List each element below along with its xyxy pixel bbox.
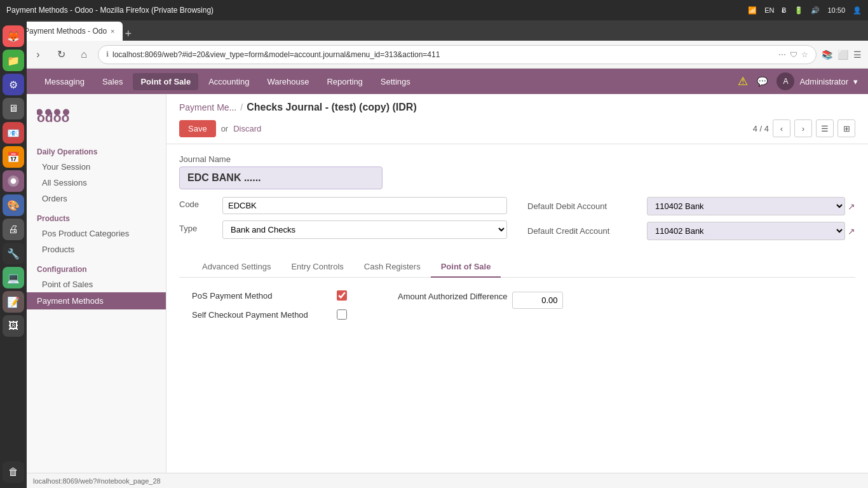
menu-reporting[interactable]: Reporting: [319, 73, 370, 90]
pos-checkboxes: PoS Payment Method Self Checkout Payment…: [192, 290, 347, 329]
menu-sales[interactable]: Sales: [95, 73, 131, 90]
main-content: Payment Me... / Checks Journal - (test) …: [166, 94, 868, 483]
pos-payment-method-checkbox[interactable]: [337, 290, 347, 301]
app-container: Messaging Sales Point of Sale Accounting…: [27, 69, 868, 483]
daily-operations-title: Daily Operations: [27, 140, 166, 159]
menu-pos[interactable]: Point of Sale: [133, 73, 198, 90]
breadcrumb: Payment Me... / Checks Journal - (test) …: [166, 94, 868, 113]
alert-icon[interactable]: ⚠: [738, 74, 748, 88]
chat-button[interactable]: 💬: [753, 74, 771, 89]
wifi-icon: 📶: [748, 6, 757, 15]
menu-right-actions: ⚠ 💬 A Administrator ▾: [738, 72, 858, 90]
breadcrumb-current: Checks Journal - (test) (copy) (IDR): [247, 102, 417, 113]
refresh-button[interactable]: ↻: [52, 46, 70, 64]
os-app-notes[interactable]: 📝: [3, 291, 24, 313]
pos-fields-container: PoS Payment Method Self Checkout Payment…: [192, 290, 843, 329]
menu-accounting[interactable]: Accounting: [201, 73, 257, 90]
credit-account-select[interactable]: 110402 Bank: [647, 222, 845, 240]
save-button[interactable]: Save: [179, 120, 216, 137]
amount-authorized-input[interactable]: [512, 292, 563, 309]
url-text: localhost:8069/web?#id=20&view_type=form…: [112, 50, 775, 59]
breadcrumb-separator: /: [240, 102, 243, 112]
nav-actions: 📚 ⬜ ☰: [822, 50, 862, 60]
os-app-tools[interactable]: 🔧: [3, 243, 24, 264]
menu-settings[interactable]: Settings: [373, 73, 418, 90]
os-app-files[interactable]: 📁: [3, 50, 24, 71]
reader-icon: ⋯: [778, 50, 786, 59]
form-col-right: Default Debit Account 110402 Bank ↗ Defa…: [527, 197, 855, 247]
tab-entry-controls[interactable]: Entry Controls: [281, 257, 353, 278]
os-app-odoo[interactable]: [3, 170, 24, 192]
user-avatar: A: [776, 72, 794, 90]
os-app-terminal[interactable]: 🖥: [3, 98, 24, 119]
credit-external-link-icon[interactable]: ↗: [848, 226, 855, 236]
tab-close-btn[interactable]: ×: [111, 27, 114, 35]
list-view-button[interactable]: ☰: [816, 119, 834, 137]
clock: 10:50: [827, 6, 845, 14]
bookmark-icon: ☆: [801, 50, 808, 59]
sidebar-item-your-session[interactable]: Your Session: [27, 159, 166, 175]
bookmarks-icon[interactable]: 📚: [822, 50, 832, 60]
journal-name-input[interactable]: [179, 166, 383, 189]
svg-point-1: [11, 179, 17, 184]
credit-account-label: Default Credit Account: [527, 226, 642, 236]
tab-content-pos: PoS Payment Method Self Checkout Payment…: [179, 278, 855, 341]
forward-button[interactable]: ›: [29, 46, 47, 64]
titlebar-title: Payment Methods - Odoo - Mozilla Firefox…: [6, 6, 214, 15]
tab-cash-registers[interactable]: Cash Registers: [354, 257, 431, 278]
os-sidebar: 🦊 📁 ⚙ 🖥 📧 📅 🎨 🖨 🔧 💻 📝 🖼 🗑: [0, 20, 27, 483]
self-checkout-checkbox[interactable]: [337, 309, 347, 320]
os-app-mail[interactable]: 📧: [3, 122, 24, 144]
self-checkout-row: Self Checkout Payment Method: [192, 309, 347, 320]
menu-icon[interactable]: ☰: [853, 50, 862, 60]
type-select[interactable]: Bank and Checks Cash Miscellaneous: [222, 220, 507, 239]
os-app-calendar[interactable]: 📅: [3, 146, 24, 168]
home-button[interactable]: ⌂: [75, 46, 93, 64]
tab-advanced-settings[interactable]: Advanced Settings: [192, 257, 281, 278]
debit-external-link-icon[interactable]: ↗: [848, 201, 855, 212]
os-app-trash[interactable]: 🗑: [3, 461, 24, 483]
code-label: Code: [179, 200, 217, 209]
volume-icon: 🔊: [811, 6, 820, 15]
user-dropdown-icon[interactable]: ▾: [853, 77, 858, 86]
discard-button[interactable]: Discard: [233, 124, 261, 133]
sidebar: odoo Daily Operations Your Session All S…: [27, 94, 166, 483]
debit-account-select[interactable]: 110402 Bank: [647, 197, 845, 215]
menu-messaging[interactable]: Messaging: [37, 73, 92, 90]
tab-point-of-sale[interactable]: Point of Sale: [431, 257, 501, 278]
sidebar-item-orders[interactable]: Orders: [27, 191, 166, 207]
form-body: Journal Name Code Type Bank and Check: [166, 144, 868, 351]
synced-tabs-icon[interactable]: ⬜: [837, 50, 848, 60]
titlebar-left: Payment Methods - Odoo - Mozilla Firefox…: [6, 6, 214, 15]
form-row-main: Code Type Bank and Checks Cash Miscellan…: [179, 197, 855, 247]
menu-warehouse[interactable]: Warehouse: [259, 73, 316, 90]
sidebar-item-payment-methods[interactable]: Payment Methods: [27, 292, 166, 309]
user-name[interactable]: Administrator: [799, 77, 848, 86]
os-app-printer[interactable]: 🖨: [3, 219, 24, 240]
pos-payment-method-label: PoS Payment Method: [192, 291, 332, 301]
os-app-settings1[interactable]: ⚙: [3, 74, 24, 95]
code-input[interactable]: [222, 197, 507, 214]
grid-view-button[interactable]: ⊞: [837, 119, 855, 137]
url-bar[interactable]: ℹ localhost:8069/web?#id=20&view_type=fo…: [98, 45, 817, 64]
pager-prev-button[interactable]: ‹: [773, 119, 790, 137]
new-tab-button[interactable]: +: [123, 27, 135, 41]
or-text: or: [221, 124, 229, 133]
pager-next-button[interactable]: ›: [794, 119, 812, 137]
titlebar-right: 📶 EN Ƀ 🔋 🔊 10:50 👤: [748, 6, 862, 15]
form-tabs: Advanced Settings Entry Controls Cash Re…: [179, 257, 855, 278]
sidebar-item-products[interactable]: Products: [27, 241, 166, 257]
svg-point-5: [54, 109, 60, 116]
os-app-code[interactable]: 💻: [3, 267, 24, 288]
sidebar-item-point-of-sales[interactable]: Point of Sales: [27, 276, 166, 292]
breadcrumb-parent-link[interactable]: Payment Me...: [179, 102, 236, 112]
os-app-images[interactable]: 🖼: [3, 315, 24, 337]
sidebar-item-all-sessions[interactable]: All Sessions: [27, 175, 166, 191]
browser-titlebar: Payment Methods - Odoo - Mozilla Firefox…: [0, 0, 868, 20]
os-app-draw[interactable]: 🎨: [3, 194, 24, 216]
type-field-row: Type Bank and Checks Cash Miscellaneous: [179, 220, 507, 239]
sidebar-item-pos-categories[interactable]: Pos Product Categories: [27, 226, 166, 241]
journal-name-field: Journal Name: [179, 154, 855, 189]
os-app-firefox[interactable]: 🦊: [3, 25, 24, 47]
code-field-row: Code: [179, 197, 507, 214]
